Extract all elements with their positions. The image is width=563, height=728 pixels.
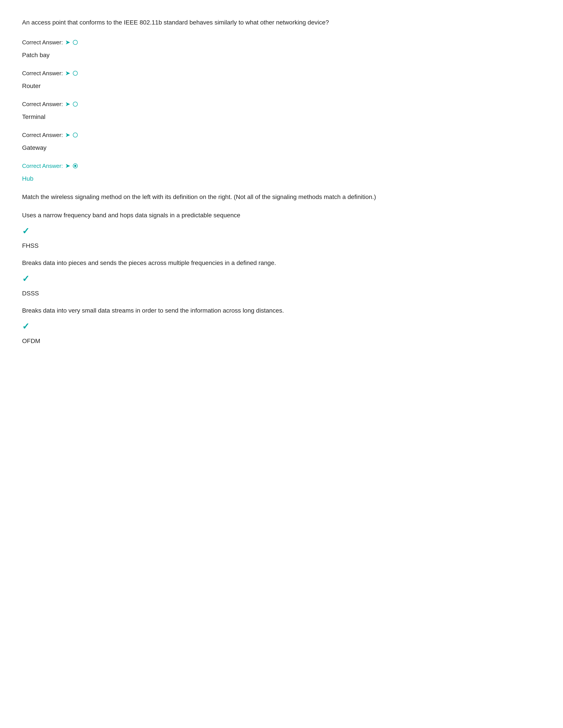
question1-text: An access point that conforms to the IEE…	[22, 18, 541, 27]
correct-answer-text-router: Correct Answer:	[22, 69, 63, 78]
checkmark-fhss: ✓	[22, 224, 541, 238]
correct-answer-label-hub: Correct Answer: ➤	[22, 161, 78, 171]
correct-answer-label-terminal: Correct Answer: ➤	[22, 99, 78, 109]
arrow-icon-terminal: ➤	[65, 99, 70, 109]
option-patchbay: Patch bay	[22, 51, 541, 60]
match-fhss-description: Uses a narrow frequency band and hops da…	[22, 211, 541, 220]
answer-gateway-row: Correct Answer: ➤	[22, 130, 541, 140]
correct-answer-text-terminal: Correct Answer:	[22, 100, 63, 109]
correct-answer-text-hub: Correct Answer:	[22, 162, 63, 170]
radio-icon-terminal	[73, 102, 78, 107]
answer-hub-row: Correct Answer: ➤	[22, 161, 541, 171]
match-ofdm-description: Breaks data into very small data streams…	[22, 306, 541, 315]
option-gateway: Gateway	[22, 143, 541, 152]
answer-patchbay-row: Correct Answer: ➤	[22, 38, 541, 47]
option-terminal: Terminal	[22, 112, 541, 122]
correct-answer-text-gateway: Correct Answer:	[22, 131, 63, 139]
checkmark-ofdm: ✓	[22, 320, 541, 333]
question2-text: Match the wireless signaling method on t…	[22, 192, 541, 202]
option-hub: Hub	[22, 174, 541, 183]
arrow-icon-hub: ➤	[65, 161, 70, 171]
radio-icon-gateway	[73, 133, 78, 137]
match-dsss-answer: DSSS	[22, 289, 541, 298]
radio-icon-router	[73, 71, 78, 76]
match-ofdm: Breaks data into very small data streams…	[22, 306, 541, 346]
option-router: Router	[22, 81, 541, 91]
radio-icon-hub	[73, 163, 78, 168]
arrow-icon-router: ➤	[65, 69, 70, 78]
radio-icon-patchbay	[73, 40, 78, 45]
match-fhss-answer: FHSS	[22, 241, 541, 250]
correct-answer-label-patchbay: Correct Answer: ➤	[22, 38, 78, 47]
answer-terminal-row: Correct Answer: ➤	[22, 99, 541, 109]
match-fhss: Uses a narrow frequency band and hops da…	[22, 211, 541, 250]
match-dsss: Breaks data into pieces and sends the pi…	[22, 258, 541, 298]
match-ofdm-answer: OFDM	[22, 336, 541, 346]
correct-answer-text-patchbay: Correct Answer:	[22, 38, 63, 47]
correct-answer-label-router: Correct Answer: ➤	[22, 69, 78, 78]
arrow-icon-patchbay: ➤	[65, 38, 70, 47]
answer-router-row: Correct Answer: ➤	[22, 69, 541, 78]
match-dsss-description: Breaks data into pieces and sends the pi…	[22, 258, 541, 268]
arrow-icon-gateway: ➤	[65, 130, 70, 140]
checkmark-dsss: ✓	[22, 272, 541, 285]
correct-answer-label-gateway: Correct Answer: ➤	[22, 130, 78, 140]
